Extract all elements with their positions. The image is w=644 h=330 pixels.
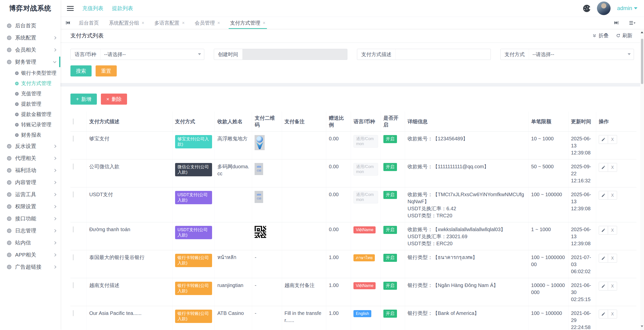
payee-cell <box>215 222 252 250</box>
row-checkbox[interactable] <box>73 226 73 232</box>
edit-button[interactable] <box>599 163 608 172</box>
add-button[interactable]: +新增 <box>70 94 97 105</box>
sidebar: 博弈对战系统 后台首页系统配置会员相关财务管理银行卡类型管理支付方式管理充值管理… <box>0 0 60 330</box>
method-badge: 银行卡转账(公司入款) <box>175 254 212 267</box>
filter-input[interactable] <box>242 49 347 60</box>
sidebar-item-内容管理[interactable]: 内容管理 <box>0 176 60 188</box>
topbar-link-withdraw[interactable]: 提款列表 <box>112 5 133 12</box>
filter-input[interactable] <box>395 49 491 60</box>
sidebar-subitem-充值管理[interactable]: 充值管理 <box>0 89 60 99</box>
desc-cell: USDT支付 <box>87 187 172 222</box>
payment-logo-image <box>255 135 265 150</box>
delete-row-button[interactable]: X <box>608 163 617 172</box>
tabs-scroll-last-icon[interactable] <box>614 20 619 25</box>
sidebar-item-后台首页[interactable]: 后台首页 <box>0 20 60 32</box>
edit-button[interactable] <box>599 282 608 291</box>
edit-button[interactable] <box>599 254 608 263</box>
sidebar-item-APP相关[interactable]: APP相关 <box>0 249 60 261</box>
row-checkbox[interactable] <box>73 282 73 288</box>
sidebar-item-运营工具[interactable]: 运营工具 <box>0 188 60 200</box>
tab-后台首页[interactable]: 后台首页 <box>74 17 104 29</box>
tab-close-icon[interactable]: × <box>263 21 266 25</box>
payee-cell <box>215 187 252 222</box>
theme-palette-icon[interactable] <box>583 5 590 12</box>
tab-close-icon[interactable]: × <box>142 21 144 25</box>
sidebar-subitem-财务报表[interactable]: 财务报表 <box>0 130 60 140</box>
chevron-down-icon <box>628 53 631 57</box>
row-checkbox[interactable] <box>73 254 73 260</box>
tab-支付方式管理[interactable]: 支付方式管理× <box>225 17 271 29</box>
refresh-icon <box>616 33 620 38</box>
updated-part: 2025-09-22 <box>571 163 593 177</box>
search-button[interactable]: 搜索 <box>70 65 92 76</box>
reset-button[interactable]: 重置 <box>96 65 117 76</box>
sidebar-subitem-提款金额管理[interactable]: 提款金额管理 <box>0 109 60 119</box>
sidebar-item-label: 运营工具 <box>15 191 36 198</box>
delete-row-button[interactable]: X <box>608 282 617 291</box>
row-checkbox[interactable] <box>73 310 73 316</box>
filter-select[interactable]: --请选择-- <box>529 49 634 60</box>
row-checkbox[interactable] <box>73 163 73 170</box>
row-checkbox[interactable] <box>73 191 73 197</box>
chevron-right-icon <box>53 157 56 160</box>
sidebar-item-接口功能[interactable]: 接口功能 <box>0 213 60 225</box>
sidebar-item-代理相关[interactable]: 代理相关 <box>0 152 60 164</box>
sidebar-subitem-支付方式管理[interactable]: 支付方式管理 <box>0 78 60 89</box>
sidebar-item-反水设置[interactable]: 反水设置 <box>0 140 60 152</box>
tab-会员管理[interactable]: 会员管理× <box>190 17 225 29</box>
no-qr-dash: - <box>255 255 256 260</box>
sidebar-item-会员相关[interactable]: 会员相关 <box>0 44 60 56</box>
row-checkbox[interactable] <box>73 136 73 142</box>
delete-row-button[interactable]: X <box>608 135 617 144</box>
menu-bullet-icon <box>7 204 11 209</box>
refresh-button[interactable]: 刷新 <box>616 32 632 39</box>
select-all-checkbox[interactable] <box>73 118 73 125</box>
sidebar-item-权限设置[interactable]: 权限设置 <box>0 200 60 213</box>
tab-多语言配置[interactable]: 多语言配置× <box>149 17 190 29</box>
menu-bullet-icon <box>15 82 19 85</box>
sidebar-subitem-银行卡类型管理[interactable]: 银行卡类型管理 <box>0 68 60 78</box>
delete-row-button[interactable]: X <box>608 310 617 318</box>
tabs-menu-icon[interactable] <box>629 21 635 25</box>
tabs-scroll-first-icon[interactable] <box>65 20 70 25</box>
sidebar-item-label: 反水设置 <box>15 143 36 150</box>
scroll-up-icon[interactable] <box>641 30 643 33</box>
checkbox-cell <box>70 222 87 250</box>
edit-button[interactable] <box>599 226 608 235</box>
sidebar-item-财务管理[interactable]: 财务管理 <box>0 56 60 68</box>
avatar[interactable] <box>597 2 611 15</box>
edit-button[interactable] <box>599 310 608 318</box>
remark-cell <box>282 132 326 159</box>
remark-cell <box>282 222 326 250</box>
delete-row-button[interactable]: X <box>608 226 617 235</box>
edit-button[interactable] <box>599 191 608 200</box>
delete-row-button[interactable]: X <box>608 191 617 200</box>
admin-dropdown[interactable]: admin <box>617 5 637 12</box>
desc-cell: 公司微信入款 <box>87 159 172 187</box>
menu-bullet-icon <box>7 229 11 233</box>
edit-button[interactable] <box>599 135 608 144</box>
sidebar-item-站内信[interactable]: 站内信 <box>0 237 60 249</box>
tab-系统配置分组[interactable]: 系统配置分组× <box>104 17 149 29</box>
sidebar-item-日志管理[interactable]: 日志管理 <box>0 225 60 237</box>
collapse-button[interactable]: 折叠 <box>592 32 609 39</box>
delete-row-button[interactable]: X <box>608 254 617 263</box>
filter-select[interactable]: --请选择-- <box>100 49 204 60</box>
tab-close-icon[interactable]: × <box>217 21 220 25</box>
sidebar-subitem-提款管理[interactable]: 提款管理 <box>0 99 60 109</box>
scroll-thumb[interactable] <box>641 39 643 84</box>
scroll-down-icon[interactable] <box>641 325 643 328</box>
scrollbar[interactable] <box>640 29 644 330</box>
remark-cell: 越南支付备注 <box>282 278 326 306</box>
sidebar-item-label: 权限设置 <box>15 203 36 210</box>
sidebar-item-广告超链接[interactable]: 广告超链接 <box>0 261 60 273</box>
tab-close-icon[interactable]: × <box>182 21 185 25</box>
delete-button[interactable]: ×删除 <box>101 94 127 105</box>
menu-bullet-icon <box>7 60 11 64</box>
lang-cell: ViệtName <box>351 278 381 306</box>
sidebar-item-福利活动[interactable]: 福利活动 <box>0 164 60 176</box>
sidebar-item-系统配置[interactable]: 系统配置 <box>0 32 60 44</box>
sidebar-subitem-转账记录管理[interactable]: 转账记录管理 <box>0 119 60 130</box>
hamburger-menu-icon[interactable] <box>67 6 74 11</box>
topbar-link-recharge[interactable]: 充值列表 <box>82 5 103 12</box>
